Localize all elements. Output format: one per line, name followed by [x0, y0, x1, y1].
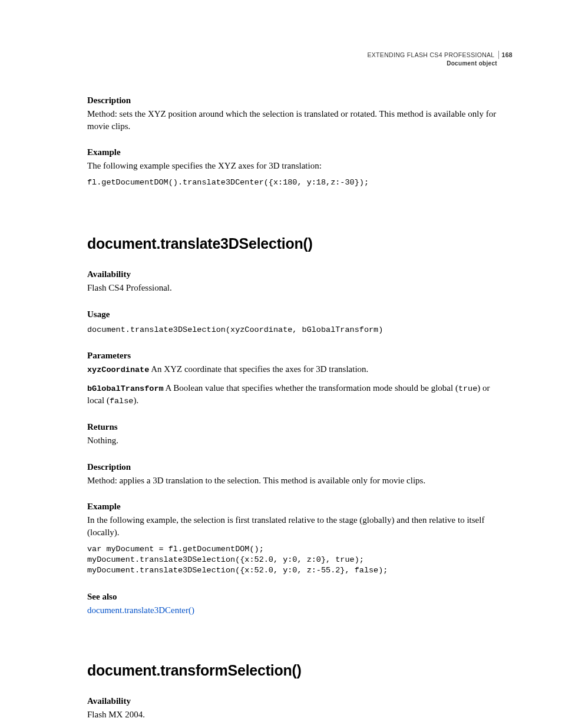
- code-true: true: [458, 384, 477, 393]
- header-section: Document object: [367, 60, 513, 68]
- parameter-bglobaltransform: bGlobalTransform A Boolean value that sp…: [87, 382, 509, 407]
- code-false: false: [110, 397, 134, 406]
- availability-heading: Availability: [87, 695, 509, 707]
- usage-code: document.translate3DSelection(xyzCoordin…: [87, 325, 509, 335]
- page: EXTENDING FLASH CS4 PROFESSIONAL168 Docu…: [0, 0, 562, 728]
- parameter-xyzcoordinate: xyzCoordinate An XYZ coordinate that spe…: [87, 363, 509, 375]
- usage-heading: Usage: [87, 308, 509, 320]
- example-heading: Example: [87, 146, 509, 158]
- see-also-links: document.translate3DCenter(): [87, 604, 509, 616]
- returns-text: Nothing.: [87, 434, 509, 446]
- code-block: var myDocument = fl.getDocumentDOM(); my…: [87, 544, 509, 577]
- header-doc-title: EXTENDING FLASH CS4 PROFESSIONAL: [367, 51, 498, 59]
- description-heading: Description: [87, 461, 509, 473]
- param-name-xyzcoordinate: xyzCoordinate: [87, 365, 149, 374]
- api-heading-translate3dselection: document.translate3DSelection(): [87, 234, 509, 254]
- availability-heading: Availability: [87, 268, 509, 280]
- description-text: Method: applies a 3D translation to the …: [87, 475, 509, 486]
- param-name-bglobaltransform: bGlobalTransform: [87, 384, 164, 393]
- description-text: Method: sets the XYZ position around whi…: [87, 108, 509, 132]
- xref-translate3dcenter[interactable]: document.translate3DCenter(): [87, 605, 194, 615]
- code-block: fl.getDocumentDOM().translate3DCenter({x…: [87, 177, 509, 188]
- example-intro: In the following example, the selection …: [87, 514, 509, 538]
- api-heading-transformselection: document.transformSelection(): [87, 661, 509, 681]
- availability-text: Flash CS4 Professional.: [87, 282, 509, 294]
- running-header: EXTENDING FLASH CS4 PROFESSIONAL168 Docu…: [367, 51, 513, 68]
- see-also-heading: See also: [87, 591, 509, 602]
- example-intro: The following example specifies the XYZ …: [87, 160, 509, 172]
- example-heading: Example: [87, 500, 509, 512]
- availability-text: Flash MX 2004.: [87, 709, 509, 720]
- description-heading: Description: [87, 94, 509, 106]
- returns-heading: Returns: [87, 421, 509, 433]
- page-content: Description Method: sets the XYZ positio…: [87, 94, 509, 720]
- parameters-heading: Parameters: [87, 350, 509, 361]
- header-page-number: 168: [499, 51, 513, 58]
- param-desc-xyzcoordinate: An XYZ coordinate that specifies the axe…: [149, 364, 368, 374]
